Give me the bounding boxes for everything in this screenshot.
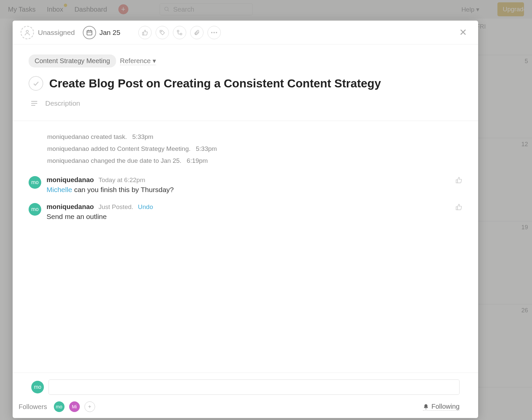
tag-icon: [159, 30, 165, 36]
subtask-button[interactable]: [173, 26, 186, 39]
svg-rect-18: [456, 207, 458, 210]
followers-bar: Followers mo Mi + Following: [13, 401, 478, 418]
project-chip[interactable]: Content Strategy Meeting: [29, 54, 116, 67]
task-title[interactable]: Create Blog Post on Creating a Consisten…: [49, 77, 381, 90]
paperclip-icon: [194, 30, 200, 36]
following-toggle[interactable]: Following: [423, 403, 460, 411]
thumb-up-icon: [142, 30, 148, 36]
attachment-button[interactable]: [190, 26, 203, 39]
comment-composer: mo: [13, 373, 478, 401]
undo-link[interactable]: Undo: [138, 203, 153, 211]
comment-text: Send me an outline: [47, 213, 450, 221]
tag-button[interactable]: [156, 26, 169, 39]
comment-timestamp: Just Posted.: [98, 203, 133, 211]
close-icon: ✕: [459, 27, 467, 38]
task-actions: [138, 26, 221, 39]
comment-author[interactable]: moniquedanao: [47, 176, 94, 184]
section-dropdown[interactable]: Reference ▾: [120, 57, 156, 65]
svg-rect-3: [87, 31, 92, 35]
mention[interactable]: Michelle: [47, 186, 72, 193]
calendar-icon: [83, 26, 96, 39]
plus-icon: +: [88, 404, 91, 410]
comment-text: Michelle can you finish this by Thursday…: [47, 186, 450, 194]
comment: mo moniquedanao Just Posted. Undo Send m…: [29, 203, 462, 221]
more-button[interactable]: [207, 26, 221, 39]
avatar[interactable]: mo: [29, 203, 41, 216]
svg-rect-7: [142, 32, 144, 35]
followers-label: Followers: [19, 403, 47, 411]
modal-footer: mo Followers mo Mi + Following: [13, 372, 478, 418]
person-icon: [21, 26, 34, 39]
due-date-picker[interactable]: Jan 25: [83, 26, 120, 39]
activity-item: moniquedanao changed the due date to Jan…: [47, 155, 462, 167]
divider: [13, 121, 478, 121]
activity-log: moniquedanao created task.5:33pm monique…: [29, 131, 462, 167]
comment-timestamp: Today at 6:22pm: [98, 176, 145, 184]
complete-toggle[interactable]: [29, 76, 43, 91]
avatar[interactable]: mo: [29, 176, 41, 189]
modal-header: Unassigned Jan 25 ✕: [13, 21, 478, 45]
svg-point-13: [216, 32, 217, 33]
svg-point-2: [26, 30, 29, 33]
paragraph-icon: [31, 101, 37, 106]
activity-item: moniquedanao added to Content Strategy M…: [47, 143, 462, 155]
check-icon: [32, 80, 40, 87]
subtask-icon: [177, 30, 183, 36]
comment: mo moniquedanao Today at 6:22pm Michelle…: [29, 176, 462, 194]
svg-point-8: [161, 31, 162, 32]
description-placeholder: Description: [45, 99, 80, 107]
avatar: mo: [31, 381, 44, 393]
follower-avatar[interactable]: Mi: [69, 401, 80, 412]
close-button[interactable]: ✕: [456, 25, 470, 40]
chevron-down-icon: ▾: [153, 57, 156, 65]
svg-rect-9: [177, 30, 179, 32]
bell-icon: [423, 404, 429, 410]
like-comment-button[interactable]: [456, 204, 462, 210]
svg-point-11: [211, 32, 212, 33]
like-comment-button[interactable]: [456, 177, 462, 183]
add-follower-button[interactable]: +: [84, 401, 95, 412]
thumb-up-icon: [456, 177, 462, 183]
svg-rect-10: [180, 33, 182, 35]
description-field[interactable]: Description: [31, 99, 462, 107]
activity-item: moniquedanao created task.5:33pm: [47, 131, 462, 143]
follower-avatar[interactable]: mo: [54, 401, 65, 412]
svg-point-12: [213, 32, 215, 33]
thumb-up-icon: [456, 204, 462, 210]
modal-body: Content Strategy Meeting Reference ▾ Cre…: [13, 45, 478, 372]
assignee-label: Unassigned: [38, 29, 75, 37]
comment-input[interactable]: [49, 379, 460, 395]
like-button[interactable]: [138, 26, 152, 39]
svg-rect-17: [456, 180, 458, 183]
due-date-label: Jan 25: [99, 29, 120, 37]
task-detail-modal: Unassigned Jan 25 ✕ Content Strategy Mee…: [13, 21, 478, 418]
comment-author[interactable]: moniquedanao: [47, 203, 94, 211]
more-icon: [211, 32, 217, 33]
assignee-picker[interactable]: Unassigned: [21, 26, 75, 39]
